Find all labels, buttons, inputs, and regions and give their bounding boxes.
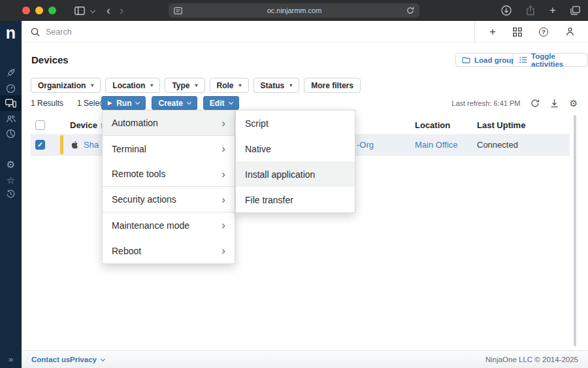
chevron-right-icon: ›	[221, 194, 225, 205]
sidebar-chevron-icon[interactable]	[91, 8, 95, 12]
table-scrollbar[interactable]	[574, 115, 576, 346]
organization-link[interactable]: -Org	[357, 140, 374, 150]
chevron-right-icon: ›	[221, 118, 225, 129]
export-download-icon[interactable]	[550, 99, 559, 108]
submenu-item-file-transfer[interactable]: File transfer	[236, 187, 355, 212]
chevron-down-icon	[135, 99, 140, 104]
new-tab-icon[interactable]: +	[549, 4, 556, 17]
chevron-down-icon	[228, 99, 233, 104]
browser-chrome: ‹ › oc.ninjarmm.com +	[0, 0, 588, 21]
menu-item-reboot[interactable]: Reboot›	[103, 238, 235, 263]
forward-icon[interactable]: ›	[120, 4, 123, 18]
user-account-icon[interactable]	[565, 27, 575, 37]
tab-overview-icon[interactable]	[570, 6, 580, 15]
status-color-bar	[60, 135, 63, 154]
chevron-down-icon: ▾	[239, 82, 242, 88]
back-icon[interactable]: ‹	[106, 4, 110, 18]
row-checkbox[interactable]: ✓	[35, 140, 45, 150]
chevron-down-icon: ▾	[195, 82, 198, 88]
chevron-down-icon	[101, 357, 105, 361]
list-icon	[519, 56, 527, 63]
menu-item-terminal[interactable]: Terminal›	[103, 136, 235, 161]
menu-item-maintenance-mode[interactable]: Maintenance mode›	[103, 212, 235, 238]
copyright-text: NinjaOne LLC © 2014-2025	[485, 356, 578, 363]
page-footer: Contact us Privacy NinjaOne LLC © 2014-2…	[22, 350, 588, 368]
dashboard-gauge-icon[interactable]	[0, 81, 22, 96]
device-name-link[interactable]: Sha	[84, 140, 99, 150]
reader-icon[interactable]	[174, 7, 182, 14]
last-uptime-value: Connected	[477, 140, 518, 150]
ninjaone-logo[interactable]: n	[0, 24, 22, 42]
chevron-down-icon: ▾	[150, 82, 153, 88]
submenu-item-script[interactable]: Script	[236, 110, 355, 136]
devices-icon[interactable]	[0, 95, 22, 111]
refresh-icon[interactable]	[531, 99, 540, 108]
page-title: Devices	[31, 54, 69, 65]
apple-icon	[70, 140, 78, 150]
url-text: oc.ninjarmm.com	[182, 7, 406, 14]
menu-item-automation[interactable]: Automation›	[103, 110, 235, 136]
sidebar-expand-icon[interactable]: »	[0, 354, 22, 364]
submenu-item-install-application[interactable]: Install application	[236, 161, 355, 187]
recent-history-icon[interactable]	[0, 186, 22, 201]
filter-status[interactable]: Status▾	[253, 78, 300, 93]
automation-submenu: Script Native Install application File t…	[235, 110, 355, 213]
quick-add-icon[interactable]: +	[489, 25, 496, 39]
app-header: Search + ?	[22, 21, 588, 42]
folder-icon	[462, 56, 470, 63]
edit-button[interactable]: Edit	[203, 96, 239, 110]
administration-gear-icon[interactable]: ⚙	[0, 157, 22, 172]
reports-pie-icon[interactable]	[0, 126, 22, 141]
toggle-activities-button[interactable]: Toggle activities	[513, 53, 588, 67]
reload-icon[interactable]	[406, 7, 414, 14]
apps-grid-icon[interactable]	[513, 27, 522, 37]
chevron-right-icon: ›	[221, 220, 225, 231]
sidebar-toggle-icon[interactable]	[74, 7, 85, 15]
share-icon[interactable]	[526, 5, 535, 16]
rocket-icon[interactable]	[0, 65, 22, 80]
load-group-button[interactable]: Load group	[455, 53, 522, 67]
table-settings-gear-icon[interactable]: ⚙	[569, 98, 578, 109]
close-window-button[interactable]	[22, 7, 30, 14]
filter-type[interactable]: Type▾	[165, 78, 204, 93]
chevron-down-icon	[187, 99, 191, 104]
end-users-icon[interactable]	[0, 111, 22, 126]
select-all-checkbox[interactable]	[35, 120, 45, 130]
submenu-item-native[interactable]: Native	[236, 136, 355, 161]
search-placeholder: Search	[46, 27, 72, 37]
search-icon	[31, 27, 40, 37]
chevron-down-icon: ▾	[91, 82, 93, 88]
create-button[interactable]: Create	[152, 96, 197, 110]
column-header-location[interactable]: Location	[415, 120, 450, 130]
chevron-right-icon: ›	[221, 169, 225, 180]
chevron-down-icon: ▾	[289, 82, 292, 88]
chevron-right-icon: ›	[221, 245, 225, 256]
downloads-icon[interactable]	[501, 5, 512, 16]
address-bar[interactable]: oc.ninjarmm.com	[169, 3, 419, 18]
location-link[interactable]: Main Office	[415, 140, 458, 150]
app-sidebar: n ⚙ ☆ »	[0, 21, 22, 368]
play-icon: ▶	[108, 100, 112, 106]
more-filters-button[interactable]: More filters	[304, 78, 361, 93]
filter-location[interactable]: Location▾	[105, 78, 160, 93]
menu-item-security-actions[interactable]: Security actions›	[103, 187, 235, 212]
help-icon[interactable]: ?	[539, 27, 548, 37]
privacy-link[interactable]: Privacy	[70, 356, 105, 363]
contact-us-link[interactable]: Contact us	[31, 356, 70, 363]
run-dropdown-menu: Automation› Terminal› Remote tools› Secu…	[102, 110, 235, 264]
column-header-last-uptime[interactable]: Last Uptime	[477, 120, 525, 130]
column-header-device[interactable]: Device ↑	[70, 120, 104, 130]
run-button[interactable]: ▶ Run	[101, 96, 146, 110]
filter-role[interactable]: Role▾	[210, 78, 249, 93]
favorites-star-icon[interactable]: ☆	[0, 173, 22, 188]
last-refresh-label: Last refresh: 6:41 PM	[451, 99, 520, 107]
filter-organization[interactable]: Organization▾	[31, 78, 101, 93]
results-count: 1 Results	[31, 99, 63, 108]
minimize-window-button[interactable]	[35, 7, 43, 14]
chevron-right-icon: ›	[221, 143, 225, 154]
menu-item-remote-tools[interactable]: Remote tools›	[103, 161, 235, 187]
zoom-window-button[interactable]	[48, 7, 56, 14]
global-search[interactable]: Search	[31, 21, 72, 42]
